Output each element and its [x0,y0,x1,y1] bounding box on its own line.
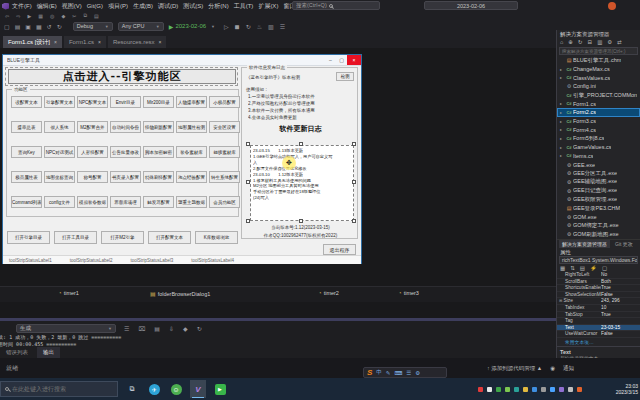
function-button[interactable]: 盟重主题数据 [176,196,207,208]
common-text-items-link[interactable]: 常用文本项… [557,338,640,346]
resize-handle[interactable] [299,219,303,223]
taskbar-search-box[interactable] [0,381,118,397]
open-button[interactable]: 打开工具目录 [54,231,97,244]
property-value[interactable] [601,318,640,324]
list-icon[interactable]: ☰ [280,23,285,30]
refresh-output-icon[interactable]: ↻ [197,325,202,332]
ime-settings-icon[interactable]: ⚙ [415,370,420,376]
function-button[interactable]: 泡点经验配置 [176,171,207,183]
back-icon[interactable]: ⇦ [5,13,9,19]
forward-icon[interactable]: ⇨ [16,13,20,19]
function-button[interactable]: 装备素材库 [176,146,207,158]
taskbar-search-input[interactable] [12,386,113,392]
function-button[interactable]: NPC对话测试 [44,146,75,158]
visual-studio-app-icon[interactable]: V [190,380,206,398]
notifications-label[interactable]: 通知 [563,365,574,372]
solution-tree-item[interactable]: ▸ ⚙ GEE.exe [557,160,640,169]
collapse-all-icon[interactable]: ⊟ [588,39,593,45]
solution-tree-item[interactable]: ▸ ⚙ GEE分区工具.exe [557,169,640,178]
wrap-icon[interactable]: ▤ [154,325,160,332]
solution-name-box[interactable]: 2023-02-06 [424,1,518,10]
tray-icon[interactable] [523,387,528,392]
function-button[interactable]: config文件 [44,196,75,208]
sidebar-tab[interactable]: Git 更改 [612,240,636,248]
ime-menu-icon[interactable]: ☰ [406,370,411,376]
function-button[interactable]: 特殊刷怪配置 [143,171,174,183]
function-button[interactable]: 地图属性检测 [176,121,207,133]
property-value[interactable]: False [601,331,640,337]
bell-icon[interactable]: ◉ [550,365,555,371]
add-to-source-control-button[interactable]: ↑ 添加到源代码管理 ▲ [487,365,542,372]
undo-icon[interactable]: ↺ [47,23,52,30]
menu-item[interactable]: 文件(F) [12,2,32,11]
property-row[interactable]: ScrollBars Both [557,279,640,286]
property-value[interactable]: False [601,292,640,298]
open-folder-icon[interactable]: ▤ [15,23,21,30]
tray-icon[interactable] [514,387,519,392]
wechat-app-icon[interactable]: ⊙ [168,380,184,398]
function-button[interactable]: 转生系统配置 [209,171,240,183]
check-button[interactable]: 检测 [336,72,354,81]
home-icon[interactable]: ⌂ [560,39,563,45]
function-button[interactable]: 会员功能区 [209,196,240,208]
tray-icon[interactable] [541,387,546,392]
config-dropdown[interactable]: Debug▼ [73,22,113,31]
property-value[interactable]: 23-03-15 [601,325,640,331]
pin-icon[interactable]: ◆ [61,13,65,19]
menu-item[interactable]: 分析(N) [208,2,228,11]
solution-search-input[interactable] [562,49,635,54]
user-avatar[interactable] [608,2,616,10]
new-file-icon[interactable]: ▢ [4,23,10,30]
property-row[interactable]: TabIndex 10 [557,305,640,312]
pin-output-icon[interactable]: ◆ [183,325,188,332]
function-button[interactable]: M2配置合并 [77,121,108,133]
function-button[interactable]: 人形怪配置 [77,146,108,158]
solution-tree-item[interactable]: ▸ ▤ GEE登录PE3.CHM [557,204,640,213]
menu-item[interactable]: 扩展(X) [258,2,278,11]
emulator-app-icon[interactable]: ▶ [212,380,228,398]
resize-handle[interactable] [246,180,250,184]
property-row[interactable]: Text 23-03-15 [557,325,640,332]
target-icon[interactable]: ◎ [50,13,54,19]
resize-handle[interactable] [352,180,356,184]
property-row[interactable]: TabStop True [557,312,640,319]
properties-view-icon[interactable]: ▤ [580,265,585,271]
properties-icon[interactable]: ⚙ [607,39,612,45]
ime-pen-icon[interactable]: ✎ [386,370,391,376]
solution-tree-item[interactable]: ▸ ⚙ GOM绑定工具.exe [557,221,640,230]
menu-item[interactable]: 项目(P) [108,2,128,11]
function-button[interactable]: Envir目录 [110,96,141,108]
solution-tree-item[interactable]: ▸ C# GameValues.cs [557,143,640,152]
enter-engine-button[interactable]: 点击进入--引擎功能区 [8,69,236,84]
open-button[interactable]: K库数据浏览 [195,231,238,244]
tray-icon[interactable] [577,387,582,392]
function-button[interactable]: 读配置文本 [11,96,42,108]
solution-tree-item[interactable]: ▸ C# ClassValues.cs [557,73,640,82]
document-tab[interactable]: Resources.resx × [108,36,167,48]
telegram-app-icon[interactable]: ✈ [146,380,162,398]
refresh-icon[interactable]: ↻ [578,39,583,45]
function-button[interactable]: 引擎配置文本 [44,96,75,108]
menu-item[interactable]: 调试(D) [158,2,178,11]
solution-tree-item[interactable]: ▸ C# Form5到8.cs [557,134,640,143]
property-row[interactable]: ShortcutsEnabled True [557,285,640,292]
function-button[interactable]: 小极品配置 [209,96,240,108]
panel-tab[interactable]: 输出 [37,347,60,358]
tray-icon[interactable] [568,387,573,392]
property-value[interactable]: True [601,285,640,291]
show-all-files-icon[interactable]: ▥ [597,39,602,45]
function-button[interactable]: 称号配置 [77,171,108,183]
tray-icon[interactable] [550,387,555,392]
solution-tree-item[interactable]: ▸ ⚙ GEE权限管理.exe [557,195,640,204]
tray-component[interactable]: ◔ timer2 [318,290,339,296]
function-button[interactable]: 安全区设置 [209,121,240,133]
close-icon[interactable]: × [347,55,361,65]
function-button[interactable]: 爆率总表 [11,121,42,133]
function-button[interactable]: 地图坐标查询 [44,171,75,183]
resize-handle[interactable] [352,219,356,223]
solution-tree-item[interactable]: ▸ C# 引擎_PROJECT.COMMon [557,91,640,100]
property-value[interactable]: Both [601,279,640,285]
function-button[interactable]: Command列表 [11,196,42,208]
function-button[interactable]: Mir200目录 [143,96,174,108]
panel-tab[interactable]: 错误列表 [0,347,34,358]
